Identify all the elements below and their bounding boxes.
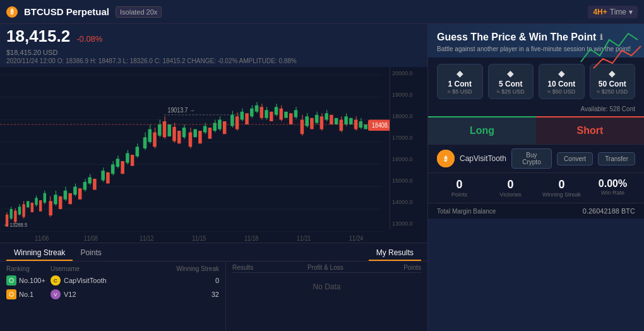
price-level: 18000.0 — [392, 113, 426, 119]
svg-text:19013.7 →: 19013.7 → — [167, 106, 194, 114]
bet-card-2[interactable]: ◆ 5 Cont ≈ $25 USD — [488, 64, 534, 99]
price-levels: 20000.0 19000.0 18000.0 17000.0 16000.0 … — [390, 67, 427, 230]
stats-row: 0 Points 0 Victories 0 Winning Streak 0.… — [428, 172, 644, 203]
col-results: Results — [232, 264, 307, 271]
lb-streak-2: 32 — [162, 291, 219, 298]
my-results-header: Results Profit & Loss Points — [232, 264, 421, 273]
svg-rect-125 — [349, 118, 353, 124]
price-level: 20000.0 — [392, 70, 426, 76]
svg-rect-43 — [106, 172, 110, 184]
diamond-icon-2: ◆ — [491, 68, 531, 78]
no-data-label: No Data — [232, 273, 421, 301]
bottom-panel: Winning Streak Points My Results Ranking… — [0, 243, 427, 331]
svg-rect-51 — [131, 155, 134, 166]
stat-winrate: 0.00% Win Rate — [590, 178, 635, 198]
main-content: 18,415.2 -0.08% $18,415.20 USD 2020/11/2… — [0, 24, 644, 331]
lb-row-1: ⬡ No.100+ C CapVisitTooth 0 — [0, 274, 225, 287]
svg-rect-22 — [39, 200, 42, 212]
col-pnl: Profit & Loss — [307, 264, 383, 271]
bet-card-1[interactable]: ◆ 1 Cont ≈ $5 USD — [437, 64, 483, 99]
winrate-value: 0.00% — [590, 178, 635, 190]
price-sub: $18,415.20 USD — [0, 49, 427, 56]
long-short-row: Long Short — [428, 116, 644, 144]
price-change: -0.08% — [76, 34, 102, 44]
time-selector[interactable]: 4H+ Time ▾ — [588, 6, 638, 18]
victories-value: 0 — [488, 178, 533, 191]
svg-text:11/24: 11/24 — [349, 235, 363, 243]
bet-usd-4: ≈ $250 USD — [593, 88, 633, 95]
svg-text:11/06: 11/06 — [35, 235, 49, 243]
lb-header: Ranking Username Winning Streak — [0, 264, 225, 274]
svg-text:11/12: 11/12 — [140, 235, 153, 243]
winrate-label: Win Rate — [590, 190, 635, 196]
header-bar: ₿ BTCUSD Perpetual Isolated 20x 4H+ Time… — [0, 0, 644, 24]
col-points: Points — [383, 264, 421, 271]
tab-points[interactable]: Points — [73, 246, 109, 261]
margin-row: Total Margin Balance 0.26042188 BTC — [428, 203, 644, 219]
svg-text:← 13288.5: ← 13288.5 — [4, 221, 28, 228]
rank-label-1: No.100+ — [19, 277, 45, 284]
col-streak: Winning Streak — [162, 265, 219, 272]
price-level: 14000.0 — [392, 199, 426, 205]
lb-user-1: C CapVisitTooth — [51, 275, 162, 286]
svg-rect-104 — [284, 112, 288, 118]
svg-rect-69 — [177, 131, 181, 143]
lb-streak-1: 0 — [162, 277, 219, 284]
lb-user-2: V V12 — [51, 289, 162, 299]
svg-rect-66 — [167, 124, 171, 136]
bet-amount-1: 1 Cont — [440, 80, 480, 88]
user-avatar-1: C — [51, 275, 61, 286]
svg-rect-78 — [208, 128, 212, 139]
svg-rect-90 — [245, 113, 249, 124]
svg-rect-48 — [121, 161, 124, 174]
username-label: CapVisitTooth — [460, 154, 506, 163]
rank-label-2: No.1 — [19, 291, 33, 298]
wave-decoration — [568, 24, 644, 75]
chart-container: 19013.7 → — [0, 67, 427, 243]
bet-amount-2: 5 Cont — [491, 80, 531, 88]
lb-rank-1: ⬡ No.100+ — [6, 275, 51, 286]
svg-rect-74 — [193, 129, 197, 138]
my-results: Results Profit & Loss Points No Data — [225, 262, 427, 331]
svg-text:11/08: 11/08 — [84, 235, 98, 243]
svg-rect-40 — [93, 179, 97, 190]
svg-rect-120 — [335, 118, 338, 124]
btc-icon: ₿ — [6, 6, 18, 18]
price-big: 18,415.2 — [6, 27, 70, 46]
margin-label: Total Margin Balance — [437, 208, 496, 215]
short-button[interactable]: Short — [536, 116, 644, 144]
svg-rect-19 — [31, 203, 33, 212]
svg-rect-113 — [315, 115, 319, 123]
svg-rect-32 — [68, 193, 72, 205]
svg-rect-52 — [136, 147, 140, 156]
tab-my-results[interactable]: My Results — [369, 246, 421, 261]
lb-rank-2: ⬡ No.1 — [6, 289, 51, 299]
price-info: 2020/11/24 12:00 O: 18386.9 H: 18487.3 L… — [0, 56, 427, 67]
stat-streak: 0 Winning Streak — [539, 178, 584, 198]
tab-winning-streak[interactable]: Winning Streak — [6, 246, 73, 261]
rank-icon-2: ⬡ — [6, 289, 16, 299]
buy-crypto-button[interactable]: Buy Crypto — [511, 148, 552, 169]
leaderboard: Ranking Username Winning Streak ⬡ No.100… — [0, 262, 225, 331]
transfer-button[interactable]: Transfer — [598, 152, 635, 166]
game-header: Guess The Price & Win The Point ℹ Battle… — [428, 24, 644, 57]
price-level: 19000.0 — [392, 92, 426, 98]
svg-rect-105 — [289, 113, 293, 124]
convert-button[interactable]: Convert — [557, 152, 593, 166]
svg-rect-83 — [223, 121, 227, 134]
margin-value: 0.26042188 BTC — [583, 207, 635, 215]
chart-panel: 18,415.2 -0.08% $18,415.20 USD 2020/11/2… — [0, 24, 428, 331]
isolated-badge: Isolated 20x — [116, 6, 162, 18]
pair-title: BTCUSD Perpetual — [24, 6, 109, 17]
price-level: 13000.0 — [392, 220, 426, 227]
username-2: V12 — [64, 291, 76, 298]
col-ranking: Ranking — [6, 265, 51, 272]
user-avatar-2: V — [51, 289, 61, 299]
bottom-content: Ranking Username Winning Streak ⬡ No.100… — [0, 262, 427, 331]
user-row: ₿ CapVisitTooth Buy Crypto Convert Trans… — [428, 144, 644, 172]
svg-rect-99 — [270, 112, 273, 121]
svg-rect-106 — [294, 110, 298, 117]
bet-usd-3: ≈ $50 USD — [542, 88, 581, 95]
long-button[interactable]: Long — [428, 116, 536, 144]
points-label: Points — [437, 191, 482, 198]
